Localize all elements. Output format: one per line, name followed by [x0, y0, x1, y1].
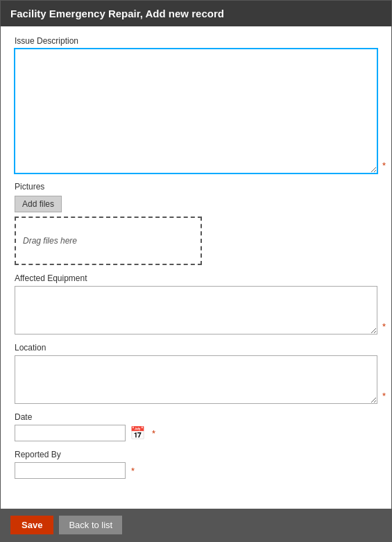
drag-drop-text: Drag files here — [23, 236, 77, 246]
issue-description-group: Issue Description * — [15, 36, 377, 173]
save-button[interactable]: Save — [10, 516, 53, 534]
date-row: 📅 * — [15, 425, 377, 441]
location-required: * — [382, 391, 386, 401]
location-row: * — [15, 355, 377, 404]
page-footer: Save Back to list — [1, 509, 391, 541]
back-to-list-button[interactable]: Back to list — [59, 516, 122, 534]
date-group: Date 📅 * — [15, 412, 377, 441]
date-input[interactable] — [15, 425, 126, 441]
date-required: * — [152, 428, 155, 439]
reported-by-group: Reported By * — [15, 450, 377, 479]
affected-equipment-row: * — [15, 286, 377, 334]
drag-drop-area[interactable]: Drag files here — [15, 217, 202, 265]
pictures-group: Pictures Add files Drag files here — [15, 182, 377, 265]
location-label: Location — [15, 343, 377, 353]
reported-by-label: Reported By — [15, 450, 377, 459]
add-files-button[interactable]: Add files — [15, 196, 62, 212]
affected-equipment-label: Affected Equipment — [15, 273, 377, 283]
reported-by-row: * — [15, 462, 377, 479]
affected-equipment-required: * — [382, 321, 386, 332]
affected-equipment-input[interactable] — [15, 286, 377, 334]
add-files-wrapper: Add files — [15, 196, 377, 212]
reported-by-required: * — [131, 466, 135, 476]
issue-description-label: Issue Description — [15, 36, 377, 46]
affected-equipment-group: Affected Equipment * — [15, 273, 377, 334]
date-label: Date — [15, 412, 377, 422]
issue-description-input[interactable] — [15, 49, 377, 173]
issue-description-required: * — [382, 160, 386, 171]
location-group: Location * — [15, 343, 377, 404]
page-content: Issue Description * Pictures Add files D… — [1, 26, 391, 509]
page-header: Facility Emergency Repair, Add new recor… — [1, 1, 391, 26]
issue-description-row: * — [15, 49, 377, 173]
page-title: Facility Emergency Repair, Add new recor… — [10, 8, 224, 19]
calendar-icon[interactable]: 📅 — [130, 425, 145, 441]
pictures-label: Pictures — [15, 182, 377, 192]
page-container: Facility Emergency Repair, Add new recor… — [0, 0, 392, 542]
reported-by-input[interactable] — [15, 462, 126, 479]
location-input[interactable] — [15, 355, 377, 404]
